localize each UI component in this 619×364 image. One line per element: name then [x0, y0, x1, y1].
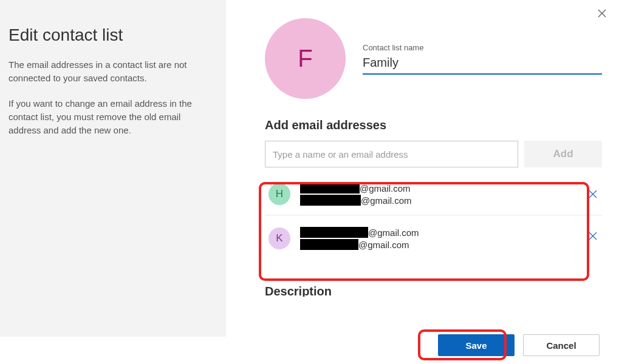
info-text-1: The email addresses in a contact list ar…	[9, 58, 209, 85]
email-suffix: @gmail.com	[368, 228, 419, 238]
contact-avatar: H	[268, 183, 290, 205]
contact-avatar: K	[268, 228, 290, 249]
redacted-email	[300, 195, 361, 206]
contact-list: H @gmail.com @gmail.com K @gmail.com	[265, 176, 602, 257]
page-title: Edit contact list	[9, 25, 209, 45]
contact-row: H @gmail.com @gmail.com	[265, 176, 602, 212]
email-suffix: @gmail.com	[360, 183, 411, 194]
redacted-name	[300, 227, 368, 238]
contact-row: K @gmail.com @gmail.com	[265, 215, 602, 257]
description-section-title: Description	[265, 285, 602, 297]
email-suffix: @gmail.com	[358, 240, 409, 250]
remove-contact-icon[interactable]	[587, 231, 598, 241]
action-bar: Save Cancel	[226, 326, 619, 364]
name-label: Contact list name	[363, 43, 602, 52]
redacted-name	[300, 183, 360, 194]
main-panel: F Contact list name Add email addresses …	[226, 0, 619, 337]
save-button[interactable]: Save	[438, 334, 515, 356]
list-avatar: F	[265, 18, 346, 99]
info-text-2: If you want to change an email address i…	[9, 97, 209, 137]
add-button[interactable]: Add	[524, 141, 602, 167]
add-section-title: Add email addresses	[265, 118, 602, 132]
list-name-input[interactable]	[363, 52, 602, 75]
info-panel: Edit contact list The email addresses in…	[0, 0, 226, 337]
remove-contact-icon[interactable]	[587, 189, 598, 200]
redacted-email	[300, 239, 358, 250]
cancel-button[interactable]: Cancel	[523, 334, 600, 356]
email-suffix: @gmail.com	[361, 195, 412, 206]
email-input[interactable]	[265, 141, 518, 167]
close-icon[interactable]	[595, 6, 609, 21]
